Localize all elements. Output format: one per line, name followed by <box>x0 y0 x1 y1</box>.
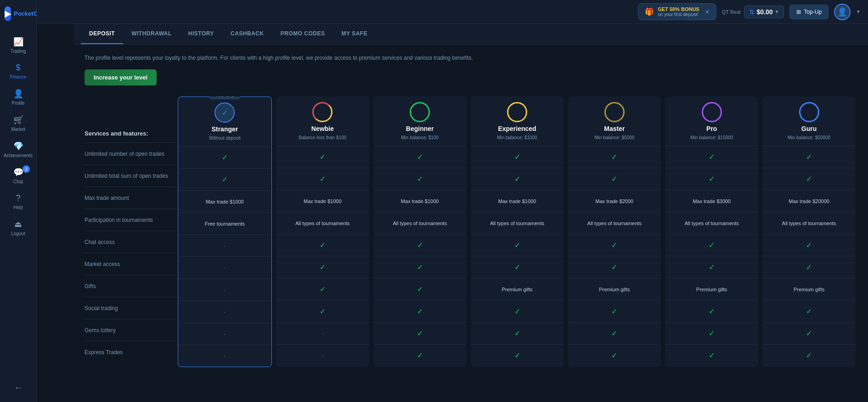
sidebar-item-market[interactable]: 🛒 Market <box>0 110 36 136</box>
logo[interactable]: ▶ PocketOption <box>0 0 36 28</box>
check-icon: ✓ <box>709 351 715 360</box>
cell-text: Max trade $20000 <box>789 198 829 204</box>
cell-max-trade-master: Max trade $2000 <box>568 190 661 212</box>
cell-text: Max trade $1000 <box>206 199 244 204</box>
check-icon: ✓ <box>806 329 812 338</box>
cell-social-stranger: - <box>178 300 271 323</box>
tab-mysafe[interactable]: MY SAFE <box>333 24 376 44</box>
cell-text: Max trade $1000 <box>498 198 536 204</box>
cell-unlimited-open-guru: ✓ <box>762 146 856 168</box>
cell-market-experienced: ✓ <box>471 256 564 278</box>
top-up-icon: ⊞ <box>796 9 801 15</box>
cell-tournaments-pro: All types of tournaments <box>665 212 758 234</box>
sidebar-item-trading[interactable]: 📈 Trading <box>0 32 36 58</box>
dash-icon: - <box>224 265 225 271</box>
cell-text: Premium gifts <box>599 287 630 292</box>
sidebar-nav: 📈 Trading $ Finance 👤 Profile 🛒 Market 💎… <box>0 32 36 379</box>
avatar-chevron-icon[interactable]: ▼ <box>856 9 861 14</box>
level-header-beginner: Beginner Min balance: $100 <box>373 96 467 146</box>
sidebar-item-logout[interactable]: ⏏ Logout <box>0 215 36 241</box>
level-balance-experienced: Min balance: $1000 <box>497 135 537 140</box>
page-content: The profile level represents your loyalt… <box>73 45 868 402</box>
cell-unlimited-sum-beginner: ✓ <box>373 168 467 190</box>
cell-gems-experienced: ✓ <box>471 322 564 344</box>
check-icon: ✓ <box>611 241 617 249</box>
level-name-newbie: Newbie <box>311 125 334 132</box>
tab-withdrawal[interactable]: WITHDRAWAL <box>123 24 180 44</box>
check-icon: ✓ <box>611 175 617 183</box>
sidebar-item-finance[interactable]: $ Finance <box>0 58 36 84</box>
cell-chat-beginner: ✓ <box>373 234 467 256</box>
feature-market: Market access <box>85 253 176 275</box>
level-balance-master: Min balance: $5000 <box>594 135 634 140</box>
level-header-experienced: Experienced Min balance: $1000 <box>471 96 564 146</box>
cell-express-newbie: - <box>276 344 369 366</box>
feature-unlimited-open: Unlimited number of open trades <box>85 142 176 164</box>
check-icon: ✓ <box>514 153 520 161</box>
cell-tournaments-beginner: All types of tournaments <box>373 212 467 234</box>
cell-gems-master: ✓ <box>568 322 661 344</box>
cell-express-pro: ✓ <box>665 344 758 366</box>
tab-history[interactable]: HISTORY <box>180 24 222 44</box>
increase-level-button[interactable]: Increase your level <box>85 69 157 85</box>
check-icon: ✓ <box>611 153 617 161</box>
dash-icon: - <box>224 309 225 315</box>
cell-unlimited-open-master: ✓ <box>568 146 661 168</box>
dash-icon: - <box>224 331 225 337</box>
cell-gifts-guru: Premium gifts <box>762 278 856 300</box>
sidebar-collapse-arrow[interactable]: ← <box>10 379 27 397</box>
cell-unlimited-open-pro: ✓ <box>665 146 758 168</box>
bonus-close-icon[interactable]: ✕ <box>705 9 710 15</box>
chat-icon: 💬 <box>13 167 23 177</box>
sidebar-item-achievements[interactable]: 💎 Achievements <box>0 136 36 163</box>
top-up-button[interactable]: ⊞ Top-Up <box>789 5 829 19</box>
feature-tournaments: Participation in tournaments <box>85 209 176 231</box>
cell-unlimited-sum-stranger: ✓ <box>178 168 271 190</box>
level-name-stranger: Stranger <box>212 125 238 133</box>
bonus-banner[interactable]: 🎁 GET 50% BONUS on your first deposit ✕ <box>638 3 716 20</box>
check-icon: ✓ <box>709 307 715 316</box>
avatar[interactable]: 👤 <box>834 4 851 20</box>
gift-icon: 🎁 <box>645 7 654 16</box>
cell-text: Premium gifts <box>794 287 824 292</box>
check-icon: ✓ <box>417 351 423 360</box>
check-icon: ✓ <box>222 175 228 184</box>
sidebar-item-label: Trading <box>11 49 26 54</box>
tab-bar: DEPOSIT WITHDRAWAL HISTORY CASHBACK PROM… <box>73 24 868 45</box>
cell-unlimited-open-stranger: ✓ <box>178 146 271 168</box>
check-icon: ✓ <box>320 307 326 316</box>
check-icon: ✓ <box>417 175 423 183</box>
cell-text: Premium gifts <box>502 287 532 292</box>
tab-cashback[interactable]: CASHBACK <box>222 24 272 44</box>
level-circle-stranger: ✓ <box>214 102 235 123</box>
cell-market-master: ✓ <box>568 256 661 278</box>
cell-gems-beginner: ✓ <box>373 322 467 344</box>
tab-promo[interactable]: PROMO CODES <box>272 24 333 44</box>
level-col-guru: Guru Min balance: $50000 ✓ ✓ Max trade $… <box>762 96 856 367</box>
sidebar-item-help[interactable]: ? Help <box>0 189 36 215</box>
sidebar-item-profile[interactable]: 👤 Profile <box>0 84 36 110</box>
level-balance-beginner: Min balance: $100 <box>401 135 439 140</box>
tab-deposit[interactable]: DEPOSIT <box>81 24 123 44</box>
sidebar-item-chat[interactable]: 💬 2 Chat <box>0 163 36 189</box>
cell-max-trade-experienced: Max trade $1000 <box>471 190 564 212</box>
balance-display[interactable]: ⇅ $0.00 ▼ <box>744 6 784 18</box>
level-header-guru: Guru Min balance: $50000 <box>762 96 856 146</box>
cell-unlimited-open-experienced: ✓ <box>471 146 564 168</box>
main-content: DEPOSIT WITHDRAWAL HISTORY CASHBACK PROM… <box>73 24 868 402</box>
sidebar-item-label: Market <box>11 127 25 132</box>
sidebar-item-label: Chat <box>13 179 23 184</box>
level-circle-experienced <box>507 102 527 122</box>
check-icon: ✓ <box>320 263 326 272</box>
cell-gifts-master: Premium gifts <box>568 278 661 300</box>
level-balance-pro: Min balance: $15000 <box>690 135 733 140</box>
help-icon: ? <box>16 193 20 203</box>
balance-amount: $0.00 <box>756 8 772 16</box>
cell-gems-guru: ✓ <box>762 322 856 344</box>
level-header-pro: Pro Min balance: $15000 <box>665 96 758 146</box>
achievements-icon: 💎 <box>13 141 23 151</box>
check-icon: ✓ <box>806 351 812 360</box>
features-title: Services and features: <box>85 130 148 137</box>
cell-unlimited-open-newbie: ✓ <box>276 146 369 168</box>
sidebar-bottom: ← <box>0 379 36 402</box>
